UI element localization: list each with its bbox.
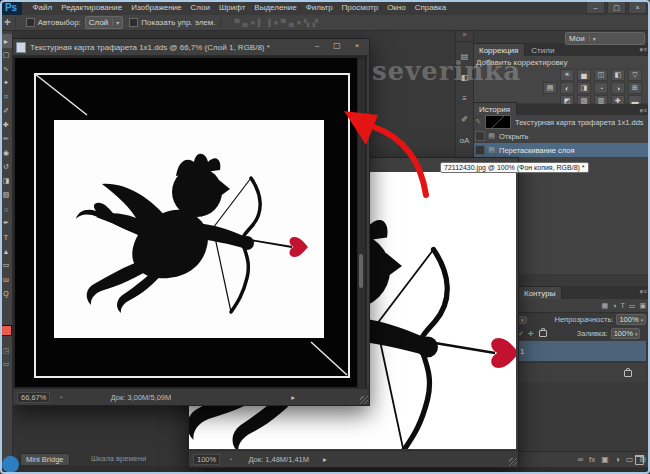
doc1-status-menu-arrow[interactable]: ▸ [291,393,295,402]
blur-tool[interactable]: ○ [0,202,12,216]
layer-effects-icon[interactable]: fx [589,455,595,464]
tab-styles[interactable]: Стили [525,44,560,56]
expand-panels-chevron[interactable]: » [456,31,473,42]
gradient-tool[interactable]: ▧ [0,188,12,202]
delete-layer-icon[interactable] [635,455,644,465]
menu-item[interactable]: Слои [186,3,214,12]
levels-icon[interactable]: ▅ [577,69,591,81]
path-selection-tool[interactable]: ▲ [0,244,12,258]
crop-tool[interactable]: ⌗ [0,90,12,104]
quick-selection-tool[interactable]: ✦ [0,76,12,90]
exposure-icon[interactable]: ◧ [611,69,625,81]
layer-select-dropdown[interactable]: Слой▾ [85,16,123,29]
lock-position-icon[interactable]: ✛ [528,330,534,338]
app-window-control-button[interactable]: – [586,1,605,14]
menu-items: ФайлРедактированиеИзображениеСлоиШрифтВы… [28,3,451,12]
menu-item[interactable]: Просмотр [337,3,383,12]
tab-timeline[interactable]: Шкала времени [86,453,151,464]
doc2-status-menu-arrow[interactable]: ▸ [323,455,327,464]
filter-adjustment-layers-icon[interactable]: ◑ [612,302,616,309]
bottom-panel-area: Mini Bridge Шкала времени [12,404,188,468]
menu-item[interactable]: Файл [28,3,57,12]
quick-mask-button[interactable]: ◳ [0,344,12,357]
filter-type-layers-icon[interactable]: T [620,302,624,309]
link-layers-icon[interactable]: ∞ [577,455,583,464]
marquee-tool[interactable]: ▢ [0,48,12,62]
app-window-control-button[interactable]: ▢ [607,1,626,14]
screen-mode-button[interactable]: ▭ [0,357,12,370]
menu-item[interactable]: Фильтр [301,3,337,12]
history-snapshot-row[interactable]: ✎ Текстурная карта трафарета 1x1.dds [472,115,648,129]
autoselect-checkbox[interactable] [26,18,35,27]
type-tool[interactable]: T [0,230,12,244]
doc1-canvas[interactable] [13,56,367,389]
shape-tool[interactable]: ▭ [0,258,12,272]
menu-item[interactable]: Окно [383,3,411,12]
resize-grip[interactable] [360,396,368,404]
clone-stamp-tool[interactable]: ◉ [0,146,12,160]
doc2-zoom-field[interactable]: 100% [193,454,220,465]
vibrance-icon[interactable]: ▽ [628,69,642,81]
tab-adjustments[interactable]: Коррекция [472,43,525,56]
workspace-dropdown[interactable]: Мои▾ [565,32,645,45]
pen-tool[interactable]: ✒ [0,216,12,230]
doc-window-control-button[interactable]: × [351,41,363,50]
history-source-checkbox[interactable] [475,145,485,155]
color-balance-icon[interactable]: ◐ [560,82,574,94]
color-lookup-icon[interactable]: ⊞ [628,82,642,94]
filter-smart-objects-icon[interactable]: ▣ [639,302,646,310]
hue-saturation-icon[interactable]: ▤ [543,82,557,94]
new-group-icon[interactable]: ▭ [626,455,634,464]
eyedropper-tool[interactable]: ✐ [0,104,12,118]
panel-menu-icon[interactable]: ▾≡ [639,288,647,296]
photo-filter-icon[interactable]: ◔ [594,82,608,94]
resize-grip[interactable] [509,458,517,466]
menu-item[interactable]: Справка [410,3,450,12]
move-tool[interactable]: ► [0,34,12,48]
show-transform-controls-checkbox[interactable] [129,18,138,27]
foreground-color-swatch[interactable] [1,325,12,336]
adjustment-strip-icon[interactable]: ≡ [462,94,467,103]
menu-item[interactable]: Выделение [250,3,301,12]
history-state-open[interactable]: ▤ Открыть [472,129,648,143]
app-window-control-button[interactable]: × [628,1,647,14]
brightness-contrast-icon[interactable]: ☀ [560,69,574,81]
menu-item[interactable]: Изображение [127,3,186,12]
lasso-tool[interactable]: ∿ [0,62,12,76]
hand-tool[interactable]: ɯ [0,272,12,286]
doc-window-control-button[interactable]: ▢ [331,41,343,50]
lock-all-icon[interactable] [539,330,547,337]
histogram-panel-icon[interactable]: ▤ [461,52,469,61]
layer-mask-icon[interactable]: ▣ [601,455,609,464]
tab-paths[interactable]: Контуры [517,286,562,299]
healing-brush-tool[interactable]: ✚ [0,118,12,132]
opacity-value[interactable]: 100%▾ [616,314,646,325]
history-state-drag-layer[interactable]: ▤ Перетаскивание слоя [472,143,648,157]
vertical-scrollbar[interactable] [357,58,366,389]
doc1-zoom-field[interactable]: 66,67% [17,392,50,403]
filter-shape-layers-icon[interactable]: ▭ [629,302,636,310]
document-window-1[interactable]: Текстурная карта трафарета 1x1.dds @ 66,… [12,38,370,406]
new-adjustment-layer-icon[interactable]: ◑ [615,455,620,464]
panel-menu-icon[interactable]: ▾≡ [639,46,647,54]
brush-tool[interactable]: ✏ [0,132,12,146]
curves-icon[interactable]: ◫ [594,69,608,81]
menu-item[interactable]: Редактирование [57,3,127,12]
filter-pixel-layers-icon[interactable]: ▦ [602,302,609,310]
color-panel-icon[interactable]: ◧ [461,73,469,82]
channel-mixer-icon[interactable]: ◑ [611,82,625,94]
history-source-checkbox[interactable] [475,131,485,141]
doc-window-control-button[interactable]: – [311,41,323,50]
history-brush-tool[interactable]: ↺ [0,160,12,174]
scrollbar-thumb[interactable] [359,254,363,288]
panel-menu-icon[interactable]: ▾≡ [639,107,647,115]
fill-value[interactable]: 100%▾ [611,328,641,339]
clone-source-panel-icon[interactable]: ✐ [461,115,468,124]
eraser-tool[interactable]: ◨ [0,174,12,188]
tab-history[interactable]: История [472,102,517,115]
menu-item[interactable]: Шрифт [214,3,249,12]
character-panel-icon[interactable]: ɑA [460,136,470,145]
zoom-tool[interactable]: Q [0,286,12,300]
black-white-icon[interactable]: ◨ [577,82,591,94]
tab-mini-bridge[interactable]: Mini Bridge [20,453,70,466]
